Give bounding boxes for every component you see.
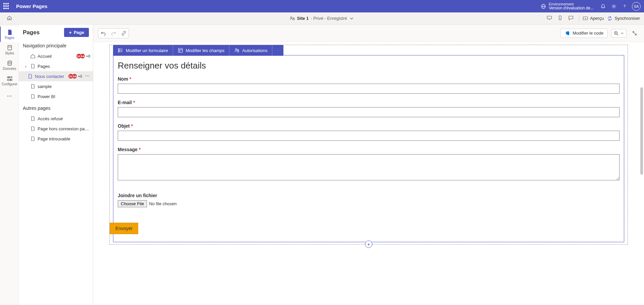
environment-name: Version d'évaluation de... — [549, 6, 594, 10]
chat-icon — [568, 15, 574, 20]
notifications-button[interactable] — [598, 1, 608, 12]
site-name: Site 1 — [297, 16, 309, 21]
svg-point-5 — [624, 7, 625, 8]
product-brand: Power Pages — [16, 3, 47, 9]
home-icon — [7, 15, 12, 20]
mobile-icon — [557, 15, 563, 20]
people-lock-icon — [289, 16, 295, 21]
svg-rect-8 — [547, 16, 551, 19]
svg-point-6 — [290, 16, 292, 18]
environment-picker[interactable]: Environnement Version d'évaluation de... — [541, 2, 594, 10]
comments-button[interactable] — [568, 15, 576, 21]
sync-label: Synchroniser — [614, 16, 640, 21]
home-button[interactable] — [0, 15, 19, 21]
svg-rect-7 — [293, 18, 294, 20]
site-status: - Privé - Enregistré — [311, 16, 347, 21]
preview-label: Aperçu — [590, 16, 604, 21]
sync-icon — [607, 16, 612, 21]
chevron-down-icon — [349, 16, 355, 21]
responsive-mobile-button[interactable] — [557, 15, 565, 21]
globe-icon — [541, 4, 546, 9]
user-avatar[interactable]: SA — [632, 2, 641, 11]
svg-point-3 — [613, 5, 614, 7]
help-icon — [622, 4, 627, 9]
app-launcher-icon[interactable] — [3, 3, 10, 10]
site-picker[interactable]: Site 1 - Privé - Enregistré — [289, 16, 354, 21]
sync-button[interactable]: Synchroniser — [607, 16, 640, 21]
bell-icon — [600, 4, 606, 9]
help-button[interactable] — [619, 1, 630, 12]
preview-button[interactable]: Aperçu — [583, 16, 604, 21]
site-bar: Site 1 - Privé - Enregistré Aperçu Synch… — [0, 12, 644, 25]
responsive-desktop-button[interactable] — [547, 15, 554, 21]
gear-icon — [611, 4, 616, 9]
preview-icon — [583, 16, 588, 21]
settings-button[interactable] — [608, 1, 619, 12]
desktop-icon — [547, 15, 552, 20]
divider — [579, 15, 579, 21]
global-topbar: Power Pages Environnement Version d'éval… — [0, 0, 644, 12]
